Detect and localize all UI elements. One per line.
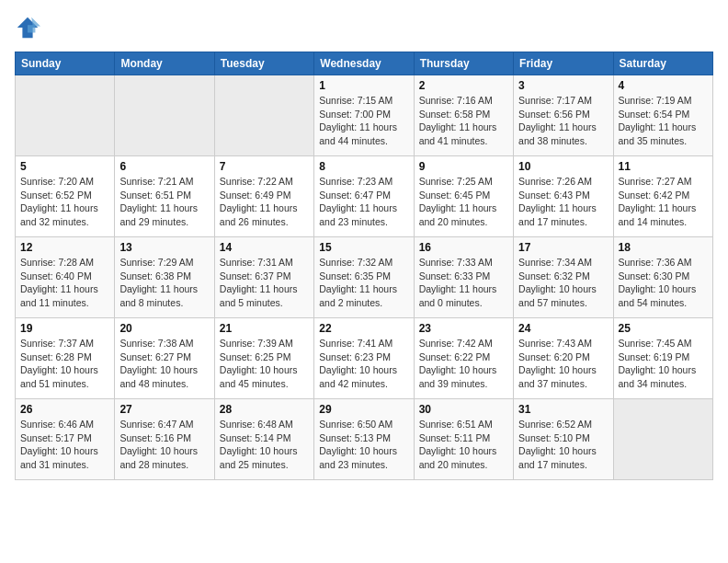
day-number: 20: [119, 322, 209, 335]
calendar-day-cell: 21Sunrise: 7:39 AMSunset: 6:25 PMDayligh…: [214, 318, 313, 399]
day-detail: Sunrise: 7:25 AMSunset: 6:45 PMDaylight:…: [419, 175, 508, 229]
calendar-day-cell: 5Sunrise: 7:20 AMSunset: 6:52 PMDaylight…: [16, 156, 115, 237]
calendar-header-row: SundayMondayTuesdayWednesdayThursdayFrid…: [16, 52, 713, 75]
day-number: 18: [619, 241, 708, 254]
day-number: 8: [319, 160, 408, 173]
day-detail: Sunrise: 7:42 AMSunset: 6:22 PMDaylight:…: [419, 337, 508, 391]
calendar-day-cell: 23Sunrise: 7:42 AMSunset: 6:22 PMDayligh…: [414, 318, 513, 399]
calendar-day-cell: 4Sunrise: 7:19 AMSunset: 6:54 PMDaylight…: [613, 75, 712, 156]
day-detail: Sunrise: 7:23 AMSunset: 6:47 PMDaylight:…: [319, 175, 408, 229]
day-number: 10: [518, 160, 608, 173]
calendar-week-row: 1Sunrise: 7:15 AMSunset: 7:00 PMDaylight…: [16, 75, 713, 156]
day-detail: Sunrise: 6:51 AMSunset: 5:11 PMDaylight:…: [419, 418, 508, 472]
day-of-week-header: Monday: [115, 52, 214, 75]
day-detail: Sunrise: 7:34 AMSunset: 6:32 PMDaylight:…: [518, 256, 608, 310]
day-number: 1: [319, 79, 408, 92]
calendar-day-cell: 28Sunrise: 6:48 AMSunset: 5:14 PMDayligh…: [214, 399, 313, 480]
day-number: 26: [20, 403, 109, 416]
calendar-week-row: 5Sunrise: 7:20 AMSunset: 6:52 PMDaylight…: [16, 156, 713, 237]
day-detail: Sunrise: 7:20 AMSunset: 6:52 PMDaylight:…: [20, 175, 109, 229]
calendar-day-cell: [16, 75, 115, 156]
day-number: 19: [20, 322, 109, 335]
day-of-week-header: Tuesday: [214, 52, 313, 75]
logo: [15, 15, 44, 40]
day-number: 9: [419, 160, 508, 173]
calendar-day-cell: [214, 75, 313, 156]
calendar-day-cell: 27Sunrise: 6:47 AMSunset: 5:16 PMDayligh…: [115, 399, 214, 480]
day-number: 5: [20, 160, 109, 173]
calendar-day-cell: [613, 399, 712, 480]
calendar-day-cell: 6Sunrise: 7:21 AMSunset: 6:51 PMDaylight…: [115, 156, 214, 237]
calendar-day-cell: 26Sunrise: 6:46 AMSunset: 5:17 PMDayligh…: [16, 399, 115, 480]
day-of-week-header: Thursday: [414, 52, 513, 75]
calendar-day-cell: 13Sunrise: 7:29 AMSunset: 6:38 PMDayligh…: [115, 237, 214, 318]
day-of-week-header: Saturday: [613, 52, 712, 75]
calendar-day-cell: 16Sunrise: 7:33 AMSunset: 6:33 PMDayligh…: [414, 237, 513, 318]
calendar-day-cell: 15Sunrise: 7:32 AMSunset: 6:35 PMDayligh…: [314, 237, 414, 318]
day-number: 29: [319, 403, 408, 416]
day-number: 6: [119, 160, 209, 173]
day-detail: Sunrise: 7:22 AMSunset: 6:49 PMDaylight:…: [220, 175, 309, 229]
day-number: 11: [619, 160, 708, 173]
day-detail: Sunrise: 7:41 AMSunset: 6:23 PMDaylight:…: [319, 337, 408, 391]
day-detail: Sunrise: 7:36 AMSunset: 6:30 PMDaylight:…: [619, 256, 708, 310]
calendar-day-cell: 17Sunrise: 7:34 AMSunset: 6:32 PMDayligh…: [514, 237, 613, 318]
day-of-week-header: Wednesday: [314, 52, 414, 75]
logo-icon: [15, 15, 40, 40]
calendar-day-cell: [115, 75, 214, 156]
calendar-day-cell: 30Sunrise: 6:51 AMSunset: 5:11 PMDayligh…: [414, 399, 513, 480]
day-number: 22: [319, 322, 408, 335]
calendar-day-cell: 11Sunrise: 7:27 AMSunset: 6:42 PMDayligh…: [613, 156, 712, 237]
day-number: 23: [419, 322, 508, 335]
day-detail: Sunrise: 7:37 AMSunset: 6:28 PMDaylight:…: [20, 337, 109, 391]
day-number: 31: [518, 403, 608, 416]
day-number: 17: [518, 241, 608, 254]
calendar-day-cell: 9Sunrise: 7:25 AMSunset: 6:45 PMDaylight…: [414, 156, 513, 237]
day-of-week-header: Sunday: [16, 52, 115, 75]
day-detail: Sunrise: 6:50 AMSunset: 5:13 PMDaylight:…: [319, 418, 408, 472]
day-number: 14: [220, 241, 309, 254]
day-number: 24: [518, 322, 608, 335]
calendar-day-cell: 14Sunrise: 7:31 AMSunset: 6:37 PMDayligh…: [214, 237, 313, 318]
calendar-day-cell: 19Sunrise: 7:37 AMSunset: 6:28 PMDayligh…: [16, 318, 115, 399]
day-detail: Sunrise: 7:45 AMSunset: 6:19 PMDaylight:…: [619, 337, 708, 391]
calendar-day-cell: 10Sunrise: 7:26 AMSunset: 6:43 PMDayligh…: [514, 156, 613, 237]
calendar-day-cell: 7Sunrise: 7:22 AMSunset: 6:49 PMDaylight…: [214, 156, 313, 237]
day-number: 21: [220, 322, 309, 335]
day-detail: Sunrise: 7:16 AMSunset: 6:58 PMDaylight:…: [419, 94, 508, 148]
day-detail: Sunrise: 7:31 AMSunset: 6:37 PMDaylight:…: [220, 256, 309, 310]
day-detail: Sunrise: 7:29 AMSunset: 6:38 PMDaylight:…: [119, 256, 209, 310]
calendar-week-row: 26Sunrise: 6:46 AMSunset: 5:17 PMDayligh…: [16, 399, 713, 480]
day-detail: Sunrise: 7:26 AMSunset: 6:43 PMDaylight:…: [518, 175, 608, 229]
calendar-day-cell: 31Sunrise: 6:52 AMSunset: 5:10 PMDayligh…: [514, 399, 613, 480]
day-detail: Sunrise: 7:15 AMSunset: 7:00 PMDaylight:…: [319, 94, 408, 148]
calendar-day-cell: 8Sunrise: 7:23 AMSunset: 6:47 PMDaylight…: [314, 156, 414, 237]
day-number: 4: [619, 79, 708, 92]
day-detail: Sunrise: 7:27 AMSunset: 6:42 PMDaylight:…: [619, 175, 708, 229]
page-header: [15, 15, 713, 40]
calendar-day-cell: 1Sunrise: 7:15 AMSunset: 7:00 PMDaylight…: [314, 75, 414, 156]
day-number: 12: [20, 241, 109, 254]
calendar-day-cell: 20Sunrise: 7:38 AMSunset: 6:27 PMDayligh…: [115, 318, 214, 399]
day-number: 2: [419, 79, 508, 92]
day-detail: Sunrise: 7:39 AMSunset: 6:25 PMDaylight:…: [220, 337, 309, 391]
day-number: 15: [319, 241, 408, 254]
day-detail: Sunrise: 7:28 AMSunset: 6:40 PMDaylight:…: [20, 256, 109, 310]
calendar-day-cell: 3Sunrise: 7:17 AMSunset: 6:56 PMDaylight…: [514, 75, 613, 156]
day-number: 30: [419, 403, 508, 416]
day-detail: Sunrise: 6:47 AMSunset: 5:16 PMDaylight:…: [119, 418, 209, 472]
day-number: 16: [419, 241, 508, 254]
day-number: 28: [220, 403, 309, 416]
day-detail: Sunrise: 7:21 AMSunset: 6:51 PMDaylight:…: [119, 175, 209, 229]
calendar-day-cell: 29Sunrise: 6:50 AMSunset: 5:13 PMDayligh…: [314, 399, 414, 480]
day-number: 7: [220, 160, 309, 173]
calendar-day-cell: 22Sunrise: 7:41 AMSunset: 6:23 PMDayligh…: [314, 318, 414, 399]
day-number: 27: [119, 403, 209, 416]
calendar-table: SundayMondayTuesdayWednesdayThursdayFrid…: [15, 52, 713, 480]
day-detail: Sunrise: 7:19 AMSunset: 6:54 PMDaylight:…: [619, 94, 708, 148]
day-number: 3: [518, 79, 608, 92]
calendar-week-row: 19Sunrise: 7:37 AMSunset: 6:28 PMDayligh…: [16, 318, 713, 399]
calendar-day-cell: 24Sunrise: 7:43 AMSunset: 6:20 PMDayligh…: [514, 318, 613, 399]
calendar-day-cell: 25Sunrise: 7:45 AMSunset: 6:19 PMDayligh…: [613, 318, 712, 399]
day-detail: Sunrise: 7:43 AMSunset: 6:20 PMDaylight:…: [518, 337, 608, 391]
